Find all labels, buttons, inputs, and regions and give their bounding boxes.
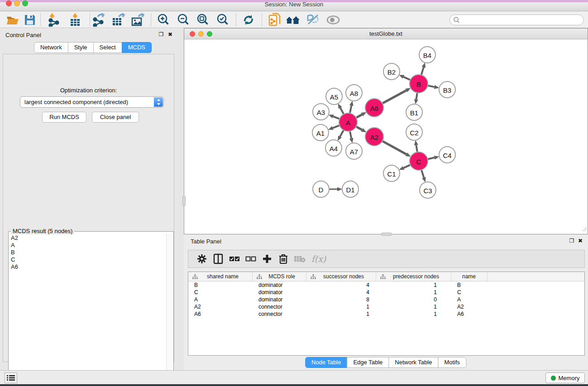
splitpane-grip-vertical[interactable] xyxy=(182,196,186,206)
table-cell[interactable]: A2 xyxy=(188,303,253,310)
first-neighbors-icon[interactable] xyxy=(284,13,301,27)
criterion-dropdown[interactable]: largest connected component (directed) xyxy=(20,96,164,108)
tab-edge-table[interactable]: Edge Table xyxy=(347,357,389,368)
function-builder-icon[interactable]: f(x) xyxy=(308,252,330,266)
export-image-icon[interactable] xyxy=(129,13,146,27)
column-header-mcds-role[interactable]: MCDS role xyxy=(253,272,306,281)
hide-selected-icon[interactable] xyxy=(304,13,321,27)
tab-style[interactable]: Style xyxy=(68,42,94,53)
deselect-all-columns-icon[interactable] xyxy=(243,252,259,266)
tab-select[interactable]: Select xyxy=(93,42,122,53)
graph-edge-A6-B[interactable] xyxy=(382,91,406,103)
table-cell[interactable]: dominator xyxy=(253,296,306,303)
search-box[interactable] xyxy=(449,14,584,25)
mcds-result-item[interactable]: A xyxy=(9,242,165,249)
float-panel-icon[interactable]: ❐ xyxy=(158,31,165,38)
splitpane-grip-horizontal[interactable] xyxy=(382,233,392,236)
close-panel-icon[interactable]: ✖ xyxy=(167,31,174,38)
graph-edge-A-A4[interactable] xyxy=(340,130,344,136)
column-header-name[interactable]: name xyxy=(451,272,488,281)
table-cell[interactable]: B xyxy=(188,281,253,289)
table-cell[interactable]: 1 xyxy=(306,310,376,318)
column-header-successor-nodes[interactable]: successor nodes xyxy=(306,272,376,281)
show-columns-icon[interactable] xyxy=(210,252,226,266)
open-session-icon[interactable] xyxy=(4,13,21,27)
table-cell[interactable]: 0 xyxy=(376,296,451,303)
export-table-icon[interactable] xyxy=(110,13,127,27)
graph-edge-C-C4[interactable] xyxy=(428,157,434,159)
mcds-result-item[interactable]: C xyxy=(9,256,165,263)
apply-layout-icon[interactable] xyxy=(240,13,257,27)
delete-table-icon[interactable] xyxy=(292,252,308,266)
mcds-list-scrollbar[interactable] xyxy=(166,234,172,386)
table-cell[interactable]: B xyxy=(451,281,488,289)
graph-edge-A-A1[interactable] xyxy=(333,125,339,128)
graph-edge-A-A8[interactable] xyxy=(350,105,351,113)
close-panel-button[interactable]: Close panel xyxy=(92,112,139,123)
table-cell[interactable]: 4 xyxy=(306,289,376,296)
import-table-icon[interactable] xyxy=(67,13,84,27)
show-all-icon[interactable] xyxy=(325,13,342,27)
table-cell[interactable]: A2 xyxy=(451,303,488,310)
settings-gear-icon[interactable] xyxy=(194,252,210,266)
new-network-from-selection-icon[interactable] xyxy=(266,13,283,27)
graph-edge-A-A2[interactable] xyxy=(356,127,362,130)
zoom-out-icon[interactable] xyxy=(175,13,192,27)
search-input[interactable] xyxy=(460,16,583,24)
tab-node-table[interactable]: Node Table xyxy=(305,357,348,368)
graph-edge-A2-C[interactable] xyxy=(382,141,406,154)
delete-column-icon[interactable] xyxy=(275,252,292,266)
table-cell[interactable]: dominator xyxy=(253,281,306,289)
graph-edge-A-A6[interactable] xyxy=(356,114,362,118)
graph-edge-C-C3[interactable] xyxy=(421,170,424,177)
table-cell[interactable]: dominator xyxy=(253,289,306,296)
table-cell[interactable]: connector xyxy=(253,310,306,318)
table-cell[interactable]: 1 xyxy=(376,303,451,310)
select-all-columns-icon[interactable] xyxy=(226,252,243,266)
close-table-panel-icon[interactable]: ✖ xyxy=(577,238,584,244)
table-cell[interactable]: 1 xyxy=(376,281,451,289)
graph-edge-B-B3[interactable] xyxy=(428,86,435,87)
zoom-fit-icon[interactable] xyxy=(194,13,211,27)
table-row[interactable]: Bdominator41B xyxy=(188,281,584,289)
table-row[interactable]: A2connector11A2 xyxy=(188,303,584,310)
export-network-icon[interactable] xyxy=(90,13,107,27)
save-session-icon[interactable] xyxy=(21,13,38,27)
table-cell[interactable]: 4 xyxy=(306,281,376,289)
task-history-icon[interactable] xyxy=(5,372,17,383)
table-cell[interactable]: connector xyxy=(253,303,306,310)
import-network-icon[interactable] xyxy=(46,13,63,27)
float-table-panel-icon[interactable]: ❐ xyxy=(568,238,575,244)
mcds-result-item[interactable]: A6 xyxy=(9,263,165,271)
graph-edge-C-C1[interactable] xyxy=(403,165,410,168)
table-cell[interactable]: A xyxy=(451,296,488,303)
graph-edge-B-B4[interactable] xyxy=(421,67,424,75)
network-window-titlebar[interactable]: testGlobe.txt xyxy=(184,29,588,39)
column-header-predecessor-nodes[interactable]: predecessor nodes xyxy=(376,272,451,281)
graph-edge-B-B2[interactable] xyxy=(403,77,410,80)
graph-edge-A-A5[interactable] xyxy=(340,108,344,114)
table-cell[interactable]: A6 xyxy=(188,310,253,318)
table-cell[interactable]: C xyxy=(451,289,488,296)
table-cell[interactable]: A xyxy=(188,296,253,303)
graph-edge-A-A7[interactable] xyxy=(350,132,351,138)
table-row[interactable]: A6connector11A6 xyxy=(188,310,584,318)
tab-motifs[interactable]: Motifs xyxy=(438,357,466,368)
table-row[interactable]: Adominator80A xyxy=(188,296,584,303)
tab-mcds[interactable]: MCDS xyxy=(122,42,152,53)
table-cell[interactable]: 8 xyxy=(306,296,376,303)
mcds-result-item[interactable]: B xyxy=(9,249,165,256)
table-cell[interactable]: 1 xyxy=(376,289,451,296)
run-mcds-button[interactable]: Run MCDS xyxy=(42,112,86,123)
table-cell[interactable]: C xyxy=(188,289,253,296)
tab-network[interactable]: Network xyxy=(34,42,68,53)
zoom-in-icon[interactable] xyxy=(155,13,172,27)
table-row[interactable]: Cdominator41C xyxy=(188,289,584,296)
graph-edge-A-A3[interactable] xyxy=(333,116,339,119)
table-cell[interactable]: 1 xyxy=(376,310,451,318)
tab-network-table[interactable]: Network Table xyxy=(388,357,438,368)
memory-button[interactable]: Memory xyxy=(545,372,585,383)
mcds-result-item[interactable]: A2 xyxy=(9,234,165,242)
graph-edge-B-B1[interactable] xyxy=(416,93,417,100)
table-cell[interactable]: 1 xyxy=(306,303,376,310)
